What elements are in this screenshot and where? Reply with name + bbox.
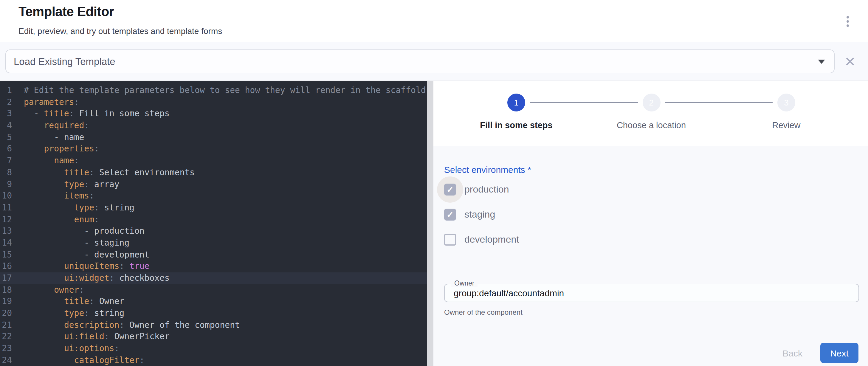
- line-number: 23: [0, 343, 12, 355]
- chevron-down-icon: [818, 60, 825, 64]
- line-number: 9: [0, 179, 12, 190]
- code-text: # Edit the template parameters below to …: [12, 85, 426, 96]
- code-line[interactable]: 15 - development: [0, 249, 433, 261]
- step-label-3: Review: [772, 120, 800, 130]
- line-number: 11: [0, 202, 12, 214]
- code-text: enum:: [12, 214, 99, 225]
- code-line[interactable]: 17 ui:widget: checkboxes: [0, 272, 433, 284]
- line-number: 6: [0, 143, 12, 155]
- checked-checkbox[interactable]: ✓: [444, 209, 456, 220]
- code-line[interactable]: 9 type: array: [0, 179, 433, 190]
- checked-checkbox[interactable]: ✓: [444, 184, 456, 195]
- line-number: 19: [0, 296, 12, 308]
- main-split: 1# Edit the template parameters below to…: [0, 81, 868, 366]
- line-number: 5: [0, 132, 12, 143]
- code-line[interactable]: 4 required:: [0, 120, 433, 131]
- kebab-menu-icon[interactable]: [842, 14, 853, 29]
- page-header: Template Editor Edit, preview, and try o…: [0, 0, 868, 42]
- checkbox-label[interactable]: production: [464, 184, 509, 195]
- code-line[interactable]: 5 - name: [0, 132, 433, 143]
- checkmark-icon: ✓: [446, 210, 454, 219]
- load-template-bar: Load Existing Template ×: [0, 42, 868, 81]
- code-text: properties:: [12, 143, 99, 155]
- stepper-connector: [665, 102, 773, 103]
- code-line[interactable]: 3 - title: Fill in some steps: [0, 108, 433, 120]
- code-line[interactable]: 14 - staging: [0, 237, 433, 249]
- line-number: 22: [0, 331, 12, 343]
- line-number: 17: [0, 272, 12, 284]
- code-line[interactable]: 20 type: string: [0, 308, 433, 319]
- line-number: 18: [0, 284, 12, 296]
- code-line[interactable]: 12 enum:: [0, 214, 433, 225]
- code-line[interactable]: 2parameters:: [0, 96, 433, 108]
- code-line[interactable]: 10 items:: [0, 190, 433, 202]
- code-line[interactable]: 7 name:: [0, 155, 433, 166]
- owner-field-label: Owner: [451, 280, 477, 287]
- code-line[interactable]: 18 owner:: [0, 284, 433, 296]
- code-line[interactable]: 23 ui:options:: [0, 343, 433, 355]
- page-subtitle: Edit, preview, and try out templates and…: [19, 26, 222, 36]
- code-line[interactable]: 16 uniqueItems: true: [0, 261, 433, 272]
- code-text: ui:field: OwnerPicker: [12, 331, 169, 343]
- code-text: - name: [12, 132, 84, 143]
- line-number: 13: [0, 225, 12, 237]
- code-text: description: Owner of the component: [12, 319, 240, 331]
- step-circle-2: 2: [642, 94, 660, 112]
- line-number: 20: [0, 308, 12, 319]
- code-text: uniqueItems: true: [12, 261, 150, 272]
- code-text: items:: [12, 190, 94, 202]
- line-number: 7: [0, 155, 12, 166]
- code-text: title: Owner: [12, 296, 124, 308]
- yaml-code-editor[interactable]: 1# Edit the template parameters below to…: [0, 81, 433, 366]
- line-number: 12: [0, 214, 12, 225]
- code-text: ui:options:: [12, 343, 119, 355]
- checkmark-icon: ✓: [446, 185, 454, 194]
- code-line[interactable]: 6 properties:: [0, 143, 433, 155]
- owner-field[interactable]: group:default/accountadmin: [444, 284, 859, 302]
- code-line[interactable]: 11 type: string: [0, 202, 433, 214]
- code-text: title: Select environments: [12, 167, 195, 179]
- page-title: Template Editor: [19, 4, 114, 20]
- code-line[interactable]: 24 catalogFilter:: [0, 355, 433, 366]
- required-asterisk: *: [528, 164, 531, 175]
- code-text: ui:widget: checkboxes: [12, 272, 169, 284]
- close-icon[interactable]: ×: [840, 47, 860, 76]
- next-button[interactable]: Next: [820, 343, 859, 363]
- line-number: 21: [0, 319, 12, 331]
- step-label-2: Choose a location: [617, 120, 686, 130]
- back-button[interactable]: Back: [782, 348, 802, 358]
- line-number: 10: [0, 190, 12, 202]
- line-number: 2: [0, 96, 12, 108]
- code-text: parameters:: [12, 96, 79, 108]
- checkbox-label[interactable]: staging: [464, 209, 495, 220]
- template-editor-page: Template Editor Edit, preview, and try o…: [0, 0, 868, 366]
- checkbox-label[interactable]: development: [464, 234, 519, 245]
- code-line[interactable]: 22 ui:field: OwnerPicker: [0, 331, 433, 343]
- stepper-connector: [530, 102, 638, 103]
- code-text: name:: [12, 155, 79, 166]
- checkbox-row-staging[interactable]: ✓staging: [444, 209, 495, 220]
- code-text: catalogFilter:: [12, 355, 145, 366]
- checkbox-row-development[interactable]: development: [444, 234, 519, 246]
- editor-scrollbar[interactable]: [427, 81, 433, 366]
- code-line[interactable]: 13 - production: [0, 225, 433, 237]
- line-number: 8: [0, 167, 12, 179]
- code-text: type: string: [12, 308, 124, 319]
- line-number: 16: [0, 261, 12, 272]
- code-line[interactable]: 21 description: Owner of the component: [0, 319, 433, 331]
- code-text: type: string: [12, 202, 134, 214]
- load-existing-template-select[interactable]: Load Existing Template: [5, 50, 835, 73]
- load-existing-template-placeholder: Load Existing Template: [6, 56, 115, 67]
- line-number: 1: [0, 85, 12, 96]
- owner-field-helper: Owner of the component: [444, 308, 523, 316]
- code-line[interactable]: 19 title: Owner: [0, 296, 433, 308]
- line-number: 15: [0, 249, 12, 261]
- step-label-1: Fill in some steps: [480, 120, 552, 130]
- code-text: type: array: [12, 179, 119, 190]
- unchecked-checkbox[interactable]: [444, 234, 456, 246]
- code-line[interactable]: 1# Edit the template parameters below to…: [0, 85, 433, 96]
- code-line[interactable]: 8 title: Select environments: [0, 167, 433, 179]
- checkbox-row-production[interactable]: ✓production: [444, 184, 509, 195]
- line-number: 3: [0, 108, 12, 120]
- wizard-footer: Back Next: [782, 343, 859, 363]
